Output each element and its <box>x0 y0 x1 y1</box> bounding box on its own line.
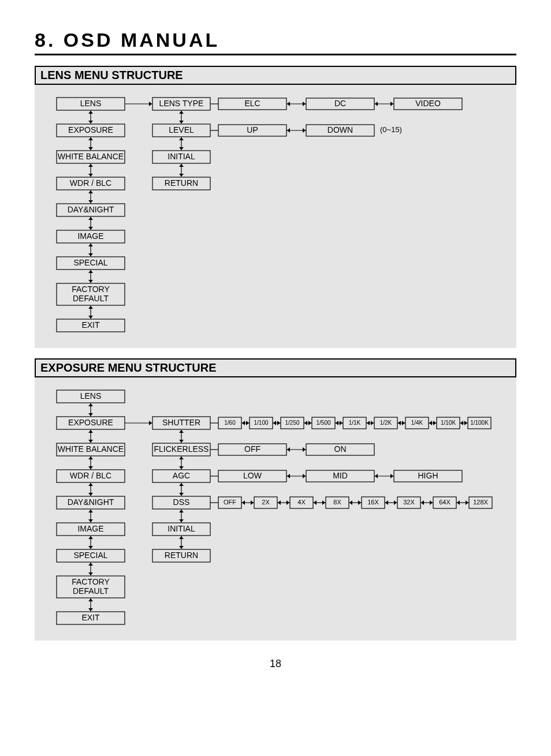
menu-item: LENS <box>57 390 125 403</box>
option-item: HIGH <box>394 470 462 482</box>
svg-text:IMAGE: IMAGE <box>77 524 103 533</box>
submenu-item: RETURN <box>152 549 210 562</box>
option-item: 1/100 <box>250 417 273 429</box>
svg-text:1/100: 1/100 <box>254 420 268 426</box>
option-item: DC <box>306 98 374 110</box>
option-item: 128X <box>469 497 492 508</box>
option-item: 64X <box>433 497 456 508</box>
svg-marker-25 <box>88 217 93 220</box>
menu-item: WHITE BALANCE <box>57 443 125 456</box>
svg-text:FACTORY: FACTORY <box>72 285 110 294</box>
svg-marker-196 <box>460 421 463 425</box>
svg-text:EXPOSURE: EXPOSURE <box>68 125 113 134</box>
svg-text:WHITE BALANCE: WHITE BALANCE <box>58 152 124 161</box>
submenu-item: FLICKERLESS <box>152 443 210 456</box>
svg-marker-108 <box>88 510 93 512</box>
svg-marker-51 <box>179 121 184 123</box>
svg-marker-191 <box>429 421 432 425</box>
svg-text:OFF: OFF <box>224 499 236 506</box>
submenu-item: LEVEL <box>152 124 210 137</box>
svg-marker-36 <box>88 270 93 273</box>
svg-marker-134 <box>179 440 184 443</box>
svg-text:INITIAL: INITIAL <box>167 152 195 161</box>
svg-marker-30 <box>88 244 93 246</box>
svg-marker-138 <box>179 456 184 459</box>
svg-marker-60 <box>179 164 184 167</box>
svg-text:IMAGE: IMAGE <box>77 231 103 241</box>
svg-marker-256 <box>466 500 468 505</box>
svg-text:AGC: AGC <box>173 471 190 480</box>
svg-marker-218 <box>390 474 393 478</box>
option-item: MID <box>306 470 374 482</box>
svg-marker-153 <box>179 536 184 539</box>
svg-marker-37 <box>88 280 93 283</box>
svg-marker-246 <box>394 500 397 505</box>
svg-text:1/2K: 1/2K <box>380 420 392 426</box>
svg-marker-205 <box>303 447 306 452</box>
menu-item: WHITE BALANCE <box>57 151 125 163</box>
option-item: OFF <box>218 497 241 508</box>
svg-marker-204 <box>287 447 290 452</box>
svg-text:SHUTTER: SHUTTER <box>162 418 200 427</box>
svg-marker-82 <box>303 128 306 133</box>
svg-marker-31 <box>88 253 93 256</box>
svg-marker-236 <box>322 500 325 505</box>
svg-marker-11 <box>88 147 93 150</box>
svg-text:1/500: 1/500 <box>316 420 330 426</box>
svg-marker-217 <box>375 474 378 478</box>
svg-marker-182 <box>371 421 374 425</box>
option-item: ON <box>306 444 374 455</box>
svg-marker-255 <box>457 500 460 505</box>
svg-marker-10 <box>88 137 93 140</box>
svg-marker-225 <box>242 500 245 505</box>
svg-marker-144 <box>179 493 184 496</box>
menu-item: SPECIAL <box>57 257 125 270</box>
svg-marker-213 <box>303 474 306 478</box>
option-item: UP <box>218 125 286 136</box>
option-item: VIDEO <box>394 98 462 110</box>
svg-marker-109 <box>88 519 93 522</box>
chapter-title: 8. OSD MANUAL <box>35 29 516 55</box>
svg-marker-161 <box>242 421 245 425</box>
option-item: LOW <box>218 470 286 482</box>
svg-text:DAY&NIGHT: DAY&NIGHT <box>68 205 114 214</box>
svg-marker-148 <box>179 510 184 512</box>
svg-marker-103 <box>88 483 93 486</box>
menu-item: DAY&NIGHT <box>57 496 125 509</box>
menu-item: LENS <box>57 98 125 110</box>
svg-text:DSS: DSS <box>173 497 190 507</box>
submenu-item: DSS <box>152 496 210 509</box>
svg-marker-166 <box>273 421 276 425</box>
svg-marker-93 <box>88 430 93 433</box>
svg-text:LOW: LOW <box>243 471 262 480</box>
svg-marker-6 <box>88 121 93 123</box>
menu-item: IMAGE <box>57 230 125 243</box>
svg-marker-251 <box>430 500 433 505</box>
svg-text:WHITE BALANCE: WHITE BALANCE <box>58 444 124 454</box>
option-item: DOWN <box>306 125 374 136</box>
menu-item: SPECIAL <box>57 549 125 562</box>
svg-marker-124 <box>88 598 93 601</box>
option-item: 8X <box>326 497 349 508</box>
svg-text:ELC: ELC <box>244 99 260 108</box>
svg-text:4X: 4X <box>297 499 306 506</box>
option-item: 1/2K <box>374 417 397 429</box>
svg-marker-114 <box>88 546 93 549</box>
svg-marker-98 <box>88 456 93 459</box>
svg-marker-44 <box>149 102 152 106</box>
option-item: ELC <box>218 98 286 110</box>
svg-text:DC: DC <box>334 99 346 108</box>
svg-text:RETURN: RETURN <box>165 178 198 188</box>
svg-marker-16 <box>88 174 93 177</box>
svg-text:128X: 128X <box>473 499 488 506</box>
svg-text:OFF: OFF <box>244 444 260 454</box>
svg-marker-104 <box>88 493 93 496</box>
submenu-item: AGC <box>152 470 210 482</box>
svg-marker-55 <box>179 137 184 140</box>
svg-marker-212 <box>287 474 290 478</box>
svg-text:WDR / BLC: WDR / BLC <box>70 471 111 480</box>
svg-marker-127 <box>149 421 152 425</box>
svg-marker-177 <box>340 421 342 425</box>
svg-text:32X: 32X <box>403 499 415 506</box>
svg-text:DEFAULT: DEFAULT <box>73 586 109 596</box>
